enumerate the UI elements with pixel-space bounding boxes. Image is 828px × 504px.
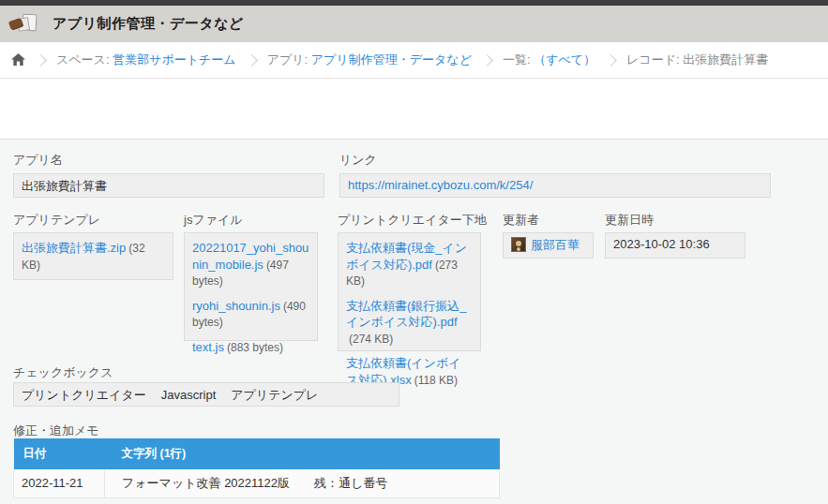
field-label-link: リンク <box>339 152 377 169</box>
home-icon[interactable] <box>11 53 25 67</box>
breadcrumb-record: レコード: 出張旅費計算書 <box>626 52 768 68</box>
file-item: 支払依頼書(現金_インボイス対応).pdf(273 KB) <box>346 240 473 289</box>
field-label-print-creator: プリントクリエイター下地 <box>338 212 487 229</box>
breadcrumb-view-link[interactable]: （すべて） <box>534 52 595 67</box>
breadcrumb-space-link[interactable]: 営業部サポートチーム <box>113 52 236 67</box>
memo-table: 日付 文字列 (1行) 2022-11-21 フォーマット改善 20221122… <box>13 438 500 498</box>
file-item: 20221017_yohi_shounin_mobile.js(497 byte… <box>192 240 309 289</box>
checkbox-value: アプリテンプレ <box>231 388 318 402</box>
field-link: https://mirainet.cybozu.com/k/254/ <box>339 173 771 198</box>
table-row: 2022-11-21 フォーマット改善 20221122版 残：通し番号 <box>14 469 500 497</box>
memo-table-col-date: 日付 <box>14 438 105 469</box>
memo-table-col-text: 文字列 (1行) <box>105 438 500 469</box>
field-checkbox: プリントクリエイターJavascriptアプリテンプレ <box>13 382 399 407</box>
file-link[interactable]: 20221017_yohi_shounin_mobile.js <box>192 241 309 272</box>
file-link[interactable]: 出張旅費計算書.zip <box>22 241 126 255</box>
record-url-link[interactable]: https://mirainet.cybozu.com/k/254/ <box>348 178 533 192</box>
breadcrumb-app-link[interactable]: アプリ制作管理・データなど <box>311 52 472 67</box>
field-label-checkbox: チェックボックス <box>13 364 113 381</box>
field-app-name: 出張旅費計算書 <box>13 173 324 198</box>
field-label-updated-by: 更新者 <box>503 212 539 229</box>
breadcrumb-space: スペース: 営業部サポートチーム <box>56 52 236 68</box>
checkbox-value: プリントクリエイター <box>22 388 146 402</box>
field-app-template: 出張旅費計算書.zip(32 KB) <box>13 232 173 280</box>
file-link[interactable]: text.js <box>192 340 224 354</box>
kintone-record-page: アプリ制作管理・データなど スペース: 営業部サポートチーム アプリ: アプリ制… <box>0 0 828 504</box>
user-avatar <box>511 237 526 252</box>
breadcrumb-separator-icon <box>35 54 47 67</box>
field-label-memo-table: 修正・追加メモ <box>13 422 99 439</box>
breadcrumb-separator-icon <box>246 54 258 67</box>
breadcrumb-app: アプリ: アプリ制作管理・データなど <box>267 52 472 68</box>
memo-date-cell: 2022-11-21 <box>14 469 105 497</box>
field-updated-at: 2023-10-02 10:36 <box>605 232 745 259</box>
file-item: 出張旅費計算書.zip(32 KB) <box>22 241 145 272</box>
memo-table-header-row: 日付 文字列 (1行) <box>14 438 500 469</box>
checkbox-value: Javascript <box>161 388 217 402</box>
field-label-app-template: アプリテンプレ <box>13 212 100 229</box>
field-label-js-files: jsファイル <box>184 212 243 229</box>
field-label-app-name: アプリ名 <box>13 152 63 169</box>
app-icon <box>9 12 41 37</box>
breadcrumb: スペース: 営業部サポートチーム アプリ: アプリ制作管理・データなど 一覧: … <box>0 42 828 79</box>
file-item: ryohi_shounin.js(490 bytes) <box>192 298 309 331</box>
app-title: アプリ制作管理・データなど <box>53 15 244 33</box>
field-print-creator: 支払依頼書(現金_インボイス対応).pdf(273 KB) 支払依頼書(銀行振込… <box>338 232 481 351</box>
field-js-files: 20221017_yohi_shounin_mobile.js(497 byte… <box>184 232 318 341</box>
breadcrumb-separator-icon <box>481 54 493 67</box>
memo-text-cell: フォーマット改善 20221122版 残：通し番号 <box>105 469 500 497</box>
field-label-updated-at: 更新日時 <box>605 212 654 229</box>
file-link[interactable]: ryohi_shounin.js <box>192 299 280 313</box>
file-item: 支払依頼書(銀行振込_インボイス対応).pdf(274 KB) <box>346 298 473 348</box>
app-header: アプリ制作管理・データなど <box>0 6 828 42</box>
user-link[interactable]: 服部百華 <box>531 238 580 252</box>
toolbar-empty-band <box>0 79 828 139</box>
file-link[interactable]: 支払依頼書(銀行振込_インボイス対応).pdf <box>346 299 467 330</box>
file-item: text.js(883 bytes) <box>192 339 309 356</box>
breadcrumb-separator-icon <box>605 54 617 67</box>
breadcrumb-view: 一覧: （すべて） <box>503 52 595 68</box>
field-updated-by: 服部百華 <box>503 232 594 259</box>
